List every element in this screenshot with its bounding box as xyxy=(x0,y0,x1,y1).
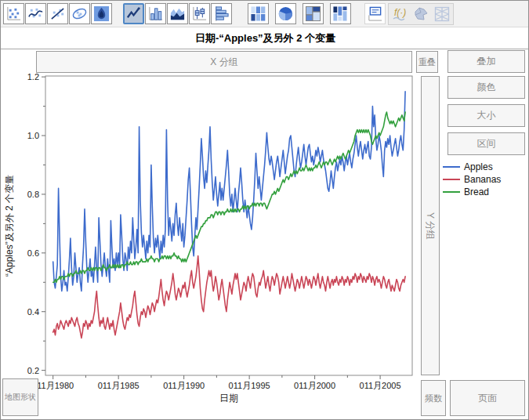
x-tick-label: 011月1990 xyxy=(163,381,205,390)
legend-item-bananas[interactable]: Bananas xyxy=(443,173,501,186)
zone-x-group[interactable]: X 分组 xyxy=(36,51,412,73)
interval-button[interactable]: 区间 xyxy=(447,132,525,155)
legend-label: Apples xyxy=(464,161,493,172)
overlay-button[interactable]: 叠加 xyxy=(447,50,525,73)
x-tick-label: 011月1985 xyxy=(98,381,139,390)
x-axis-title: 日期 xyxy=(219,393,238,404)
plot-area[interactable] xyxy=(45,76,412,375)
legend-swatch-bread xyxy=(443,191,460,193)
legend-swatch-apples xyxy=(443,166,460,168)
x-tick-label: 011月1995 xyxy=(229,381,270,390)
y-tick-label: 0.4 xyxy=(27,307,39,317)
zone-wrap[interactable]: 重叠 xyxy=(416,51,438,73)
legend: ApplesBananasBread xyxy=(443,161,501,198)
zone-freq[interactable]: 频数 xyxy=(421,380,446,416)
legend-swatch-bananas xyxy=(443,179,460,180)
y-axis-title: “Apples”及另外 2 个变量 xyxy=(4,175,15,277)
y-tick-label: 0.6 xyxy=(27,248,39,258)
legend-label: Bananas xyxy=(464,174,501,185)
y-tick-label: 0.2 xyxy=(27,366,39,375)
zone-page[interactable]: 页面 xyxy=(450,380,525,416)
legend-item-bread[interactable]: Bread xyxy=(443,186,501,198)
zone-y-group[interactable]: Y 分组 xyxy=(421,76,440,375)
y-tick-label: 1.2 xyxy=(27,72,39,81)
y-tick-label: 1.0 xyxy=(27,131,39,140)
x-tick-label: 011月2005 xyxy=(360,381,401,390)
x-tick-label: 011月2000 xyxy=(294,381,335,390)
y-tick-label: 0.8 xyxy=(27,190,39,199)
size-button[interactable]: 大小 xyxy=(447,104,525,127)
zone-map-shape[interactable]: 地图形状 xyxy=(2,378,38,416)
legend-item-apples[interactable]: Apples xyxy=(443,161,501,173)
legend-label: Bread xyxy=(464,186,489,197)
color-button[interactable]: 颜色 xyxy=(447,76,525,99)
graph-builder-window: f(·) 日期-“Apples”及另外 2 个变量 0.20.40.60.81.… xyxy=(0,0,529,420)
x-tick-label: 011月1980 xyxy=(32,381,74,390)
